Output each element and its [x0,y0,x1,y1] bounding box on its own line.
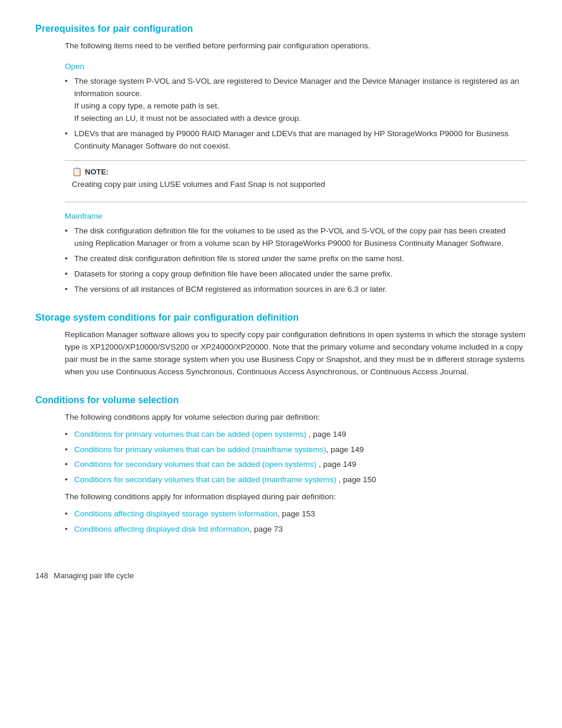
note-icon: 📋 [72,167,82,176]
list-item: Conditions for primary volumes that can … [65,429,527,441]
section-volume-intro2: The following conditions apply for infor… [65,491,527,503]
link-conditions-storage-suffix: , page 153 [277,509,315,518]
link-secondary-mainframe-suffix: , page 150 [336,475,376,484]
link-primary-mainframe-suffix: , page 149 [326,445,364,454]
section-storage-body: Replication Manager software allows you … [65,329,527,378]
list-item: The versions of all instances of BCM reg… [65,284,527,296]
list-item: Conditions for secondary volumes that ca… [65,459,527,471]
link-conditions-disk-suffix: , page 73 [250,525,283,533]
list-item: Conditions for primary volumes that can … [65,444,527,456]
mainframe-bullet-2: The created disk configuration definitio… [74,254,404,263]
section-storage-conditions: Storage system conditions for pair confi… [35,312,527,378]
footer-page-number: 148 [35,571,48,580]
open-bullet-1b: If using a copy type, a remote path is s… [74,101,219,110]
footer-label: Managing pair life cycle [54,571,134,580]
section-prerequisites-title: Prerequisites for pair configuration [35,24,527,34]
list-item: Datasets for storing a copy group defini… [65,268,527,281]
note-box: 📋 NOTE: Creating copy pair using LUSE vo… [65,160,527,202]
link-secondary-open-suffix: , page 149 [316,460,356,469]
list-item: LDEVs that are managed by P9000 RAID Man… [65,128,527,153]
section-volume-intro1: The following conditions apply for volum… [65,411,527,424]
mainframe-bullet-3: Datasets for storing a copy group defini… [74,269,392,278]
footer: 148 Managing pair life cycle [35,571,527,580]
mainframe-subtitle: Mainframe [65,212,527,220]
open-bullet-1: The storage system P-VOL and S-VOL are r… [74,77,519,98]
link-secondary-mainframe[interactable]: Conditions for secondary volumes that ca… [74,475,336,484]
open-bullet-2: LDEVs that are managed by P9000 RAID Man… [74,129,508,150]
section-volume-title: Conditions for volume selection [35,395,527,406]
open-subtitle: Open [65,62,527,71]
section-prerequisites: Prerequisites for pair configuration The… [35,24,527,296]
mainframe-bullet-1: The disk configuration definition file f… [74,226,505,248]
note-text: Creating copy pair using LUSE volumes an… [72,179,520,191]
open-bullet-1c: If selecting an LU, it must not be assoc… [74,114,301,123]
open-bullet-list: The storage system P-VOL and S-VOL are r… [65,75,527,153]
section-prerequisites-intro: The following items need to be verified … [65,40,527,52]
section-storage-title: Storage system conditions for pair confi… [35,312,527,323]
volume-bullets2: Conditions affecting displayed storage s… [65,508,527,536]
list-item: Conditions affecting displayed storage s… [65,508,527,521]
link-conditions-storage[interactable]: Conditions affecting displayed storage s… [74,509,277,518]
volume-bullets1: Conditions for primary volumes that can … [65,429,527,487]
list-item: The disk configuration definition file f… [65,225,527,250]
note-label: 📋 NOTE: [72,167,520,176]
list-item: The created disk configuration definitio… [65,253,527,265]
link-primary-mainframe[interactable]: Conditions for primary volumes that can … [74,445,326,454]
link-primary-open-suffix: , page 149 [306,430,346,439]
list-item: The storage system P-VOL and S-VOL are r… [65,75,527,125]
link-primary-open[interactable]: Conditions for primary volumes that can … [74,430,306,439]
list-item: Conditions affecting displayed disk list… [65,523,527,536]
mainframe-bullet-list: The disk configuration definition file f… [65,225,527,296]
section-volume-conditions: Conditions for volume selection The foll… [35,395,527,536]
link-secondary-open[interactable]: Conditions for secondary volumes that ca… [74,460,316,469]
link-conditions-disk[interactable]: Conditions affecting displayed disk list… [74,525,250,533]
list-item: Conditions for secondary volumes that ca… [65,474,527,486]
mainframe-bullet-4: The versions of all instances of BCM reg… [74,285,387,294]
